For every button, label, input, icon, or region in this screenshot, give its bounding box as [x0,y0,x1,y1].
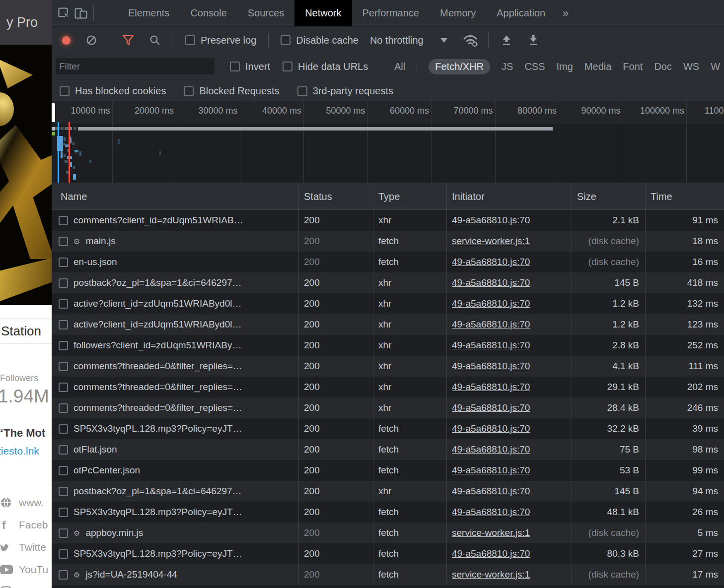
network-overview-timeline[interactable]: 10000 ms20000 ms30000 ms40000 ms50000 ms… [52,101,724,184]
filter-chip-fetchxhr[interactable]: Fetch/XHR [429,59,490,74]
initiator-link[interactable]: 49-a5a68810.js:70 [452,486,530,497]
-rd-party-requests-checkbox[interactable] [297,86,307,96]
table-row[interactable]: ⚙ SP5X3v3tyqPL.128.mp3?Policy=eyJT… 200 … [52,502,724,523]
row-checkbox[interactable] [59,237,68,246]
tab-sources[interactable]: Sources [237,0,294,26]
column-header-size[interactable]: Size [572,184,646,209]
row-checkbox[interactable] [59,362,68,371]
table-row[interactable]: ⚙ comments?threaded=0&filter_replies=… 2… [52,356,724,377]
initiator-link[interactable]: 49-a5a68810.js:70 [452,402,530,413]
preserve-log-checkbox[interactable] [185,35,195,45]
row-checkbox[interactable] [59,216,68,225]
station-tab[interactable]: Station [0,318,52,344]
upgrade-link-partial[interactable]: y Pro [6,15,38,30]
blocked-requests-checkbox[interactable] [184,86,194,96]
row-checkbox[interactable] [59,341,68,350]
tab-memory[interactable]: Memory [430,0,486,26]
social-link-instag[interactable]: Instag [0,581,52,588]
bio-link[interactable]: tiesto.lnk [0,445,39,457]
table-row[interactable]: ⚙ otPcCenter.json 200 fetch 49-a5a68810.… [52,460,724,481]
hide-data-urls-checkbox[interactable] [283,62,292,71]
tab-application[interactable]: Application [486,0,556,26]
initiator-link[interactable]: 49-a5a68810.js:70 [452,257,530,267]
table-row[interactable]: ⚙ en-us.json 200 fetch 49-a5a68810.js:70… [52,252,724,272]
row-checkbox[interactable] [59,424,68,434]
filter-chip-all[interactable]: All [394,61,405,72]
initiator-link[interactable]: 49-a5a68810.js:70 [452,423,530,434]
initiator-link[interactable]: 49-a5a68810.js:70 [452,465,530,476]
row-checkbox[interactable] [59,299,68,309]
row-checkbox[interactable] [59,528,68,538]
table-row[interactable]: ⚙ postback?oz_pl=1&spa=1&ci=646297… 200 … [52,481,724,502]
table-row[interactable]: ⚙ otFlat.json 200 fetch 49-a5a68810.js:7… [52,439,724,460]
table-row[interactable]: ⚙ active?client_id=zdUqm51WRIAByd0l… 200… [52,293,724,314]
row-checkbox[interactable] [59,320,68,329]
clear-network-log-icon[interactable] [86,35,97,46]
initiator-link[interactable]: service-worker.js:1 [452,527,530,538]
initiator-link[interactable]: 49-a5a68810.js:70 [452,361,530,372]
filter-chip-doc[interactable]: Doc [654,61,672,72]
disable-cache-checkbox[interactable] [281,35,290,45]
table-row[interactable]: ⚙ js?id=UA-2519404-44 200 fetch service-… [52,564,724,585]
table-row[interactable]: ⚙ followers?client_id=zdUqm51WRIABy… 200… [52,335,724,356]
filter-chip-media[interactable]: Media [584,61,611,72]
table-row[interactable]: ⚙ SP5X3v3tyqPL.128.mp3?Policy=eyJT… 200 … [52,543,724,564]
table-row[interactable]: ⚙ comments?threaded=0&filter_replies=… 2… [52,377,724,397]
has-blocked-cookies-checkbox[interactable] [60,86,70,96]
table-row[interactable]: ⚙ postback?oz_pl=1&spa=1&ci=646297… 200 … [52,272,724,293]
initiator-link[interactable]: 49-a5a68810.js:70 [452,507,530,518]
initiator-link[interactable]: service-worker.js:1 [452,236,530,247]
inspect-element-icon[interactable] [56,5,72,22]
record-network-log-icon[interactable] [62,36,71,45]
filter-chip-w[interactable]: W [711,61,720,72]
filter-chip-js[interactable]: JS [502,61,513,72]
filter-chip-css[interactable]: CSS [524,61,545,72]
column-header-type[interactable]: Type [373,184,447,209]
more-tabs-button[interactable]: » [556,0,576,26]
row-checkbox[interactable] [59,487,68,496]
table-row[interactable]: ⚙ main.js 200 fetch service-worker.js:1 … [52,231,724,252]
filter-input[interactable] [56,58,215,74]
row-checkbox[interactable] [59,466,68,475]
throttling-select[interactable]: No throttling [370,35,424,46]
row-checkbox[interactable] [59,403,68,413]
export-har-icon[interactable] [527,34,539,46]
tab-network[interactable]: Network [294,0,352,26]
initiator-link[interactable]: 49-a5a68810.js:70 [452,340,530,351]
table-row[interactable]: ⚙ SP5X3v3tyqPL.128.mp3?Policy=eyJT… 200 … [52,418,724,439]
social-link-twitte[interactable]: Twitte [0,536,52,558]
table-row[interactable]: ⚙ comments?client_id=zdUqm51WRIAB… 200 x… [52,210,724,231]
tab-elements[interactable]: Elements [118,0,180,26]
column-header-status[interactable]: Status [299,184,373,209]
social-link-faceb[interactable]: fFaceb [0,514,52,536]
filter-chip-ws[interactable]: WS [683,61,699,72]
table-row[interactable]: ⚙ appboy.min.js 200 fetch service-worker… [52,523,724,543]
initiator-link[interactable]: 49-a5a68810.js:70 [452,298,530,309]
column-header-initiator[interactable]: Initiator [447,184,572,209]
row-checkbox[interactable] [59,549,68,559]
initiator-link[interactable]: 49-a5a68810.js:70 [452,319,530,330]
initiator-link[interactable]: 49-a5a68810.js:70 [452,382,530,392]
initiator-link[interactable]: 49-a5a68810.js:70 [452,548,530,559]
row-checkbox[interactable] [59,278,68,288]
row-checkbox[interactable] [59,258,68,267]
filter-icon[interactable] [122,35,134,46]
search-icon[interactable] [149,34,161,46]
device-toolbar-icon[interactable] [72,5,89,22]
row-checkbox[interactable] [59,445,68,455]
social-link-www[interactable]: www. [0,491,52,514]
initiator-link[interactable]: 49-a5a68810.js:70 [452,277,530,288]
column-header-time[interactable]: Time [646,184,724,209]
tab-console[interactable]: Console [180,0,237,26]
table-row[interactable]: ⚙ comments?threaded=0&filter_replies=… 2… [52,397,724,418]
chevron-down-icon[interactable] [440,38,447,43]
row-checkbox[interactable] [59,570,68,580]
row-checkbox[interactable] [59,383,68,392]
social-link-youtu[interactable]: YouTu [0,558,52,581]
row-checkbox[interactable] [59,508,68,517]
network-conditions-icon[interactable] [462,33,480,48]
filter-chip-img[interactable]: Img [557,61,573,72]
initiator-link[interactable]: 49-a5a68810.js:70 [452,215,530,226]
invert-checkbox[interactable] [230,62,240,71]
initiator-link[interactable]: service-worker.js:1 [452,569,530,580]
